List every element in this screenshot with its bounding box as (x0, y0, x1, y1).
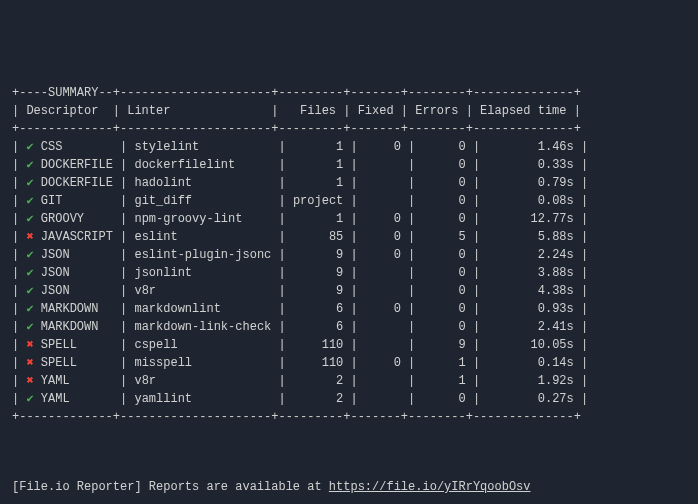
table-row: | ✖ YAML | v8r | 2 | | 1 | 1.92s | (12, 372, 686, 390)
status-icon: ✖ (26, 356, 33, 370)
status-icon: ✔ (26, 158, 33, 172)
status-icon: ✔ (26, 302, 33, 316)
table-row: | ✔ YAML | yamllint | 2 | | 0 | 0.27s | (12, 390, 686, 408)
table-row: | ✔ DOCKERFILE | dockerfilelint | 1 | | … (12, 156, 686, 174)
table-border-sep: +-------------+---------------------+---… (12, 120, 686, 138)
table-border-bottom: +-------------+---------------------+---… (12, 408, 686, 426)
status-icon: ✔ (26, 266, 33, 280)
status-icon: ✔ (26, 194, 33, 208)
table-row: | ✔ DOCKERFILE | hadolint | 1 | | 0 | 0.… (12, 174, 686, 192)
status-icon: ✔ (26, 212, 33, 226)
table-row: | ✔ JSON | v8r | 9 | | 0 | 4.38s | (12, 282, 686, 300)
status-icon: ✔ (26, 140, 33, 154)
table-header: | Descriptor | Linter | Files | Fixed | … (12, 102, 686, 120)
table-row: | ✖ SPELL | misspell | 110 | 0 | 1 | 0.1… (12, 354, 686, 372)
table-row: | ✔ MARKDOWN | markdown-link-check | 6 |… (12, 318, 686, 336)
status-icon: ✔ (26, 320, 33, 334)
table-row: | ✔ JSON | eslint-plugin-jsonc | 9 | 0 |… (12, 246, 686, 264)
status-icon: ✖ (26, 338, 33, 352)
status-icon: ✔ (26, 284, 33, 298)
status-icon: ✔ (26, 248, 33, 262)
table-row: | ✔ GIT | git_diff | project | | 0 | 0.0… (12, 192, 686, 210)
status-icon: ✔ (26, 176, 33, 190)
status-icon: ✖ (26, 230, 33, 244)
status-icon: ✖ (26, 374, 33, 388)
fileio-link[interactable]: https://file.io/yIRrYqoobOsv (329, 480, 531, 494)
footer-block: [File.io Reporter] Reports are available… (12, 458, 686, 504)
fileio-reporter-line: [File.io Reporter] Reports are available… (12, 478, 686, 496)
table-row: | ✔ MARKDOWN | markdownlint | 6 | 0 | 0 … (12, 300, 686, 318)
table-row: | ✔ CSS | stylelint | 1 | 0 | 0 | 1.46s … (12, 138, 686, 156)
table-row: | ✖ JAVASCRIPT | eslint | 85 | 0 | 5 | 5… (12, 228, 686, 246)
table-row: | ✔ GROOVY | npm-groovy-lint | 1 | 0 | 0… (12, 210, 686, 228)
summary-table: +----SUMMARY--+---------------------+---… (12, 84, 686, 426)
status-icon: ✔ (26, 392, 33, 406)
table-border-top: +----SUMMARY--+---------------------+---… (12, 84, 686, 102)
table-row: | ✔ JSON | jsonlint | 9 | | 0 | 3.88s | (12, 264, 686, 282)
table-row: | ✖ SPELL | cspell | 110 | | 9 | 10.05s … (12, 336, 686, 354)
